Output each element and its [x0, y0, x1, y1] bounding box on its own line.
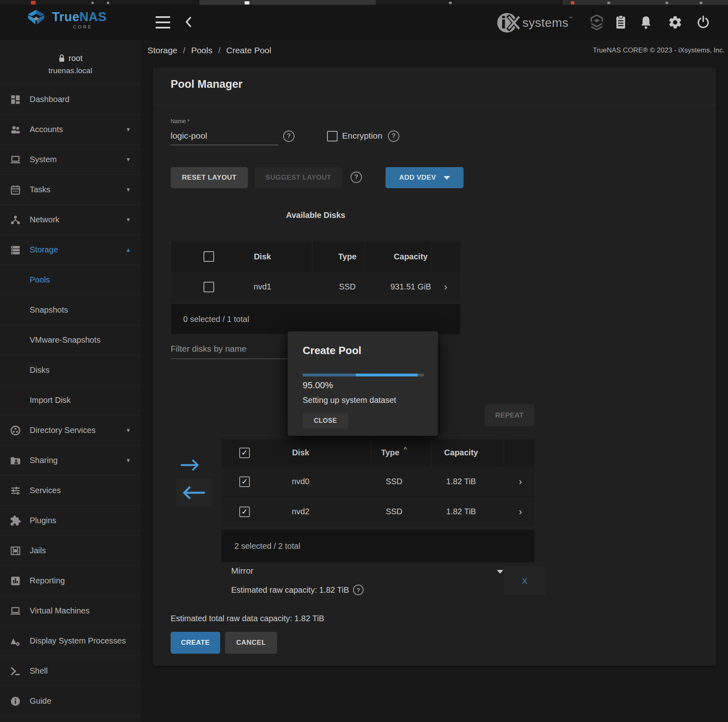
cancel-button[interactable]: CANCEL	[225, 632, 277, 654]
sidebar-item-network[interactable]: Network ▼	[0, 205, 141, 235]
sidebar-item-label: Disks	[30, 365, 50, 375]
sidebar-item-pools[interactable]: Pools	[0, 265, 141, 295]
sidebar-item-label: Directory Services	[30, 426, 95, 435]
move-left-arrow-button[interactable]	[176, 478, 212, 507]
sidebar-item-tasks[interactable]: Tasks ▼	[0, 175, 141, 205]
column-header-type[interactable]: Type^	[372, 448, 416, 457]
sort-caret-icon: ^	[403, 446, 407, 452]
sidebar-item-plugins[interactable]: Plugins	[0, 506, 141, 536]
row-expand-chevron[interactable]: ›	[444, 281, 447, 293]
column-header-disk[interactable]: Disk	[258, 448, 343, 457]
sidebar-item-directory-services[interactable]: Directory Services ▼	[0, 415, 141, 446]
cell-disk: nvd2	[258, 507, 343, 516]
progress-bar	[303, 374, 424, 376]
capacity-help-icon[interactable]: ?	[353, 585, 364, 595]
browser-tab-strip[interactable]	[0, 0, 728, 5]
column-header-capacity[interactable]: Capacity	[370, 252, 451, 261]
move-right-arrow-button[interactable]	[178, 457, 202, 475]
power-icon[interactable]	[696, 15, 711, 30]
estimated-total-capacity: Estimated total raw data capacity: 1.82 …	[171, 614, 324, 623]
row-expand-chevron[interactable]: ›	[519, 476, 522, 487]
browser-tab[interactable]	[563, 0, 728, 5]
sidebar-item-label: VMware-Snapshots	[30, 335, 101, 345]
back-chevron-icon[interactable]	[183, 15, 195, 31]
breadcrumb-storage[interactable]: Storage	[147, 46, 178, 55]
sidebar-item-guide[interactable]: Guide	[0, 686, 141, 716]
menu-toggle-icon[interactable]	[156, 16, 170, 28]
vdev-layout-select[interactable]: Mirror	[231, 566, 254, 576]
repeat-button[interactable]: REPEAT	[485, 404, 534, 426]
sidebar-item-shell[interactable]: Shell	[0, 656, 141, 686]
row-checkbox[interactable]: ✓	[239, 476, 250, 487]
encryption-checkbox[interactable]	[327, 131, 338, 141]
add-vdev-button[interactable]: ADD VDEV	[386, 167, 464, 188]
column-header-disk[interactable]: Disk	[220, 252, 305, 261]
sidebar-item-virtual-machines[interactable]: Virtual Machines	[0, 596, 141, 626]
sidebar-item-dashboard[interactable]: Dashboard	[0, 85, 141, 115]
jails-icon	[9, 545, 22, 557]
sidebar-item-accounts[interactable]: Accounts ▼	[0, 115, 141, 145]
sidebar-item-import-disk[interactable]: Import Disk	[0, 385, 141, 415]
vdev-layout-caret-icon[interactable]	[497, 570, 503, 574]
create-button[interactable]: CREATE	[171, 632, 220, 654]
row-expand-chevron[interactable]: ›	[519, 506, 522, 518]
sidebar-item-label: Jails	[30, 546, 46, 555]
sidebar-item-reporting[interactable]: Reporting	[0, 566, 141, 596]
notifications-bell-icon[interactable]	[638, 15, 654, 30]
sidebar-item-sharing[interactable]: Sharing ▼	[0, 446, 141, 476]
remove-vdev-button[interactable]: X	[504, 567, 546, 595]
sidebar-item-system[interactable]: System ▼	[0, 145, 141, 175]
column-header-type[interactable]: Type	[317, 252, 377, 261]
select-all-checkbox[interactable]	[204, 251, 214, 262]
active-browser-tab[interactable]	[199, 0, 376, 5]
ixsystems-logo-icon	[496, 11, 522, 34]
pool-name-input[interactable]	[171, 129, 278, 145]
row-checkbox[interactable]	[204, 282, 214, 292]
suggest-layout-button[interactable]: SUGGEST LAYOUT	[255, 167, 342, 188]
available-disk-row[interactable]: nvd1 SSD 931.51 GiB ›	[171, 272, 460, 302]
user-name: root	[69, 54, 82, 63]
truenas-logo[interactable]: TrueNAS CORE	[25, 8, 106, 32]
add-vdev-caret-icon	[444, 176, 450, 180]
sidebar-item-jails[interactable]: Jails	[0, 536, 141, 566]
layout-help-icon[interactable]: ?	[351, 172, 362, 183]
select-all-checkbox[interactable]: ✓	[239, 448, 250, 458]
sidebar-item-display-system-processes[interactable]: Display System Processes	[0, 626, 141, 656]
clipboard-tasks-icon[interactable]	[613, 15, 628, 30]
encryption-help-icon[interactable]: ?	[388, 130, 399, 142]
data-vdev-row[interactable]: ✓ nvd0 SSD 1.82 TiB ›	[221, 466, 534, 496]
chevron-down-icon: ▼	[126, 427, 131, 433]
dialog-title: Create Pool	[303, 344, 362, 357]
sidebar-item-label: Dashboard	[30, 95, 69, 104]
top-app-bar: TrueNAS CORE systems™	[0, 5, 728, 40]
sidebar-item-label: Network	[30, 215, 59, 224]
breadcrumb-separator: /	[183, 46, 186, 55]
settings-gear-icon[interactable]	[667, 15, 683, 30]
cell-disk: nvd1	[220, 282, 305, 291]
column-divider	[312, 241, 312, 272]
sidebar-item-snapshots[interactable]: Snapshots	[0, 295, 141, 325]
breadcrumb-pools[interactable]: Pools	[191, 46, 212, 55]
sidebar-item-disks[interactable]: Disks	[0, 355, 141, 385]
tasks-calendar-icon	[9, 184, 22, 196]
cell-type: SSD	[317, 282, 377, 291]
favicon	[31, 1, 36, 4]
column-divider	[431, 439, 431, 466]
sidebar-item-label: Pools	[30, 275, 50, 285]
sidebar-item-services[interactable]: Services	[0, 476, 141, 506]
sidebar-item-storage[interactable]: Storage ▲	[0, 235, 141, 265]
column-divider	[365, 241, 365, 272]
sidebar-item-vmware-snapshots[interactable]: VMware-Snapshots	[0, 325, 141, 355]
data-vdev-row[interactable]: ✓ nvd2 SSD 1.82 TiB ›	[221, 496, 534, 526]
sidebar-item-label: Accounts	[30, 125, 63, 134]
close-button[interactable]: CLOSE	[303, 413, 348, 429]
truecommand-icon[interactable]	[589, 15, 604, 30]
row-checkbox[interactable]: ✓	[239, 507, 250, 517]
reset-layout-button[interactable]: RESET LAYOUT	[171, 167, 248, 188]
name-help-icon[interactable]: ?	[283, 130, 295, 142]
column-header-capacity[interactable]: Capacity	[433, 448, 490, 457]
virtual-machines-icon	[9, 605, 22, 617]
divider	[153, 105, 716, 105]
sidebar-nav: root truenas.local Dashboard Accounts ▼ …	[0, 40, 141, 722]
directory-services-icon	[9, 425, 22, 436]
